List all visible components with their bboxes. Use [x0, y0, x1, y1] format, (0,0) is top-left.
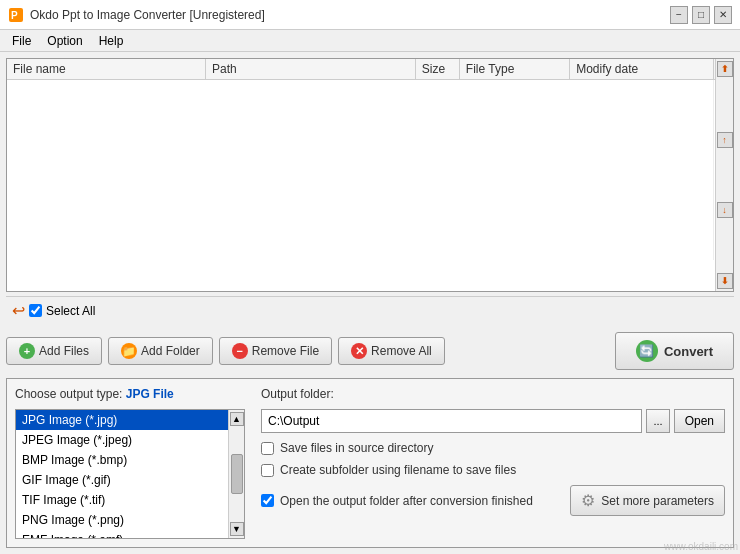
convert-label: Convert [664, 344, 713, 359]
output-folder-input[interactable] [261, 409, 642, 433]
remove-file-label: Remove File [252, 344, 319, 358]
add-files-icon: + [19, 343, 35, 359]
checkbox-subfolder: Create subfolder using filename to save … [261, 463, 725, 477]
folder-open-button[interactable]: Open [674, 409, 725, 433]
output-list-item-jpg[interactable]: JPG Image (*.jpg) [16, 410, 228, 430]
output-type-panel: Choose output type: JPG File JPG Image (… [15, 387, 245, 539]
svg-text:P: P [11, 10, 18, 21]
output-list-container: JPG Image (*.jpg) JPEG Image (*.jpeg) BM… [15, 409, 245, 539]
col-size: Size [415, 59, 459, 80]
file-table: File name Path Size File Type Modify dat… [7, 59, 733, 260]
save-source-label: Save files in source directory [280, 441, 433, 455]
buttons-row: + Add Files 📁 Add Folder − Remove File ✕… [6, 328, 734, 374]
scroll-top-button[interactable]: ⬆ [717, 61, 733, 77]
file-list-scrollbar[interactable]: ⬆ ↑ ↓ ⬇ [715, 59, 733, 291]
add-folder-button[interactable]: 📁 Add Folder [108, 337, 213, 365]
subfolder-checkbox[interactable] [261, 464, 274, 477]
select-all-checkbox[interactable] [29, 304, 42, 317]
menu-bar: File Option Help [0, 30, 740, 52]
title-bar-left: P Okdo Ppt to Image Converter [Unregiste… [8, 7, 265, 23]
add-files-label: Add Files [39, 344, 89, 358]
table-row [7, 180, 733, 200]
add-files-button[interactable]: + Add Files [6, 337, 102, 365]
menu-help[interactable]: Help [91, 32, 132, 50]
minimize-button[interactable]: − [670, 6, 688, 24]
main-window: File name Path Size File Type Modify dat… [0, 52, 740, 554]
folder-browse-button[interactable]: ... [646, 409, 669, 433]
menu-file[interactable]: File [4, 32, 39, 50]
table-row [7, 160, 733, 180]
close-button[interactable]: ✕ [714, 6, 732, 24]
maximize-button[interactable]: □ [692, 6, 710, 24]
list-scroll-up-button[interactable]: ▲ [230, 412, 244, 426]
list-scroll-thumb[interactable] [231, 454, 243, 494]
scroll-down-button[interactable]: ↓ [717, 202, 733, 218]
table-row [7, 80, 733, 100]
app-icon: P [8, 7, 24, 23]
table-row [7, 120, 733, 140]
scroll-bottom-button[interactable]: ⬇ [717, 273, 733, 289]
output-list-item-jpeg[interactable]: JPEG Image (*.jpeg) [16, 430, 228, 450]
save-source-checkbox[interactable] [261, 442, 274, 455]
output-list-item-gif[interactable]: GIF Image (*.gif) [16, 470, 228, 490]
window-title: Okdo Ppt to Image Converter [Unregistere… [30, 8, 265, 22]
convert-icon: 🔄 [636, 340, 658, 362]
output-folder-label: Output folder: [261, 387, 725, 401]
checkbox-open-folder: Open the output folder after conversion … [261, 494, 533, 508]
table-row [7, 140, 733, 160]
file-list-container: File name Path Size File Type Modify dat… [6, 58, 734, 292]
remove-all-button[interactable]: ✕ Remove All [338, 337, 445, 365]
checkbox-save-source: Save files in source directory [261, 441, 725, 455]
output-list-scrollbar[interactable]: ▲ ▼ [228, 410, 244, 538]
open-folder-label: Open the output folder after conversion … [280, 494, 533, 508]
select-all-row: ↩ Select All [6, 296, 734, 324]
select-all-label: Select All [46, 304, 95, 318]
col-modifydate: Modify date [570, 59, 713, 80]
table-row [7, 100, 733, 120]
output-list-item-emf[interactable]: EMF Image (*.emf) [16, 530, 228, 538]
watermark: www.okdaili.com [664, 541, 738, 552]
output-list-item-tif[interactable]: TIF Image (*.tif) [16, 490, 228, 510]
table-row [7, 240, 733, 260]
output-list-item-png[interactable]: PNG Image (*.png) [16, 510, 228, 530]
title-bar: P Okdo Ppt to Image Converter [Unregiste… [0, 0, 740, 30]
menu-option[interactable]: Option [39, 32, 90, 50]
convert-button[interactable]: 🔄 Convert [615, 332, 734, 370]
output-type-value: JPG File [126, 387, 174, 401]
window-controls: − □ ✕ [670, 6, 732, 24]
bottom-panel: Choose output type: JPG File JPG Image (… [6, 378, 734, 548]
table-row [7, 220, 733, 240]
add-folder-label: Add Folder [141, 344, 200, 358]
remove-file-button[interactable]: − Remove File [219, 337, 332, 365]
scroll-up-button[interactable]: ↑ [717, 132, 733, 148]
remove-file-icon: − [232, 343, 248, 359]
output-list-item-bmp[interactable]: BMP Image (*.bmp) [16, 450, 228, 470]
add-folder-icon: 📁 [121, 343, 137, 359]
set-params-button[interactable]: ⚙ Set more parameters [570, 485, 725, 516]
list-scroll-down-button[interactable]: ▼ [230, 522, 244, 536]
col-filetype: File Type [459, 59, 569, 80]
params-label: Set more parameters [601, 494, 714, 508]
col-filename: File name [7, 59, 206, 80]
remove-all-label: Remove All [371, 344, 432, 358]
open-folder-checkbox[interactable] [261, 494, 274, 507]
output-list: JPG Image (*.jpg) JPEG Image (*.jpeg) BM… [16, 410, 228, 538]
output-folder-panel: Output folder: ... Open Save files in so… [261, 387, 725, 539]
col-path: Path [206, 59, 416, 80]
subfolder-label: Create subfolder using filename to save … [280, 463, 516, 477]
table-row [7, 200, 733, 220]
output-type-label: Choose output type: JPG File [15, 387, 245, 401]
back-icon: ↩ [12, 301, 25, 320]
remove-all-icon: ✕ [351, 343, 367, 359]
params-icon: ⚙ [581, 491, 595, 510]
folder-input-row: ... Open [261, 409, 725, 433]
